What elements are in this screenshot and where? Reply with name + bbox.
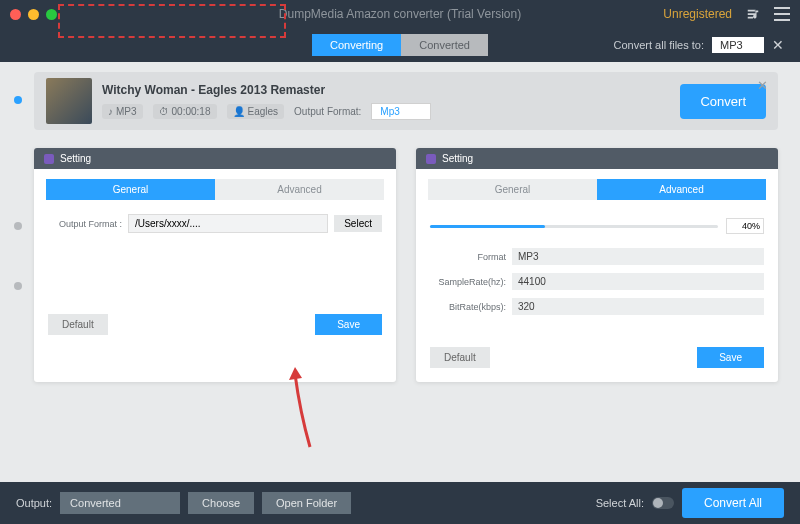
default-button[interactable]: Default (430, 347, 490, 368)
mode-bar: Converting Converted Convert all files t… (0, 28, 800, 62)
window-controls (10, 9, 57, 20)
convert-all-format-label: Convert all files to: (614, 39, 704, 51)
output-label: Output: (16, 497, 52, 509)
duration-badge: ⏱ 00:00:18 (153, 104, 217, 119)
panel-tab-general[interactable]: General (46, 179, 215, 200)
registration-status[interactable]: Unregistered (663, 7, 732, 21)
select-all-label: Select All: (596, 497, 644, 509)
track-selected-indicator (14, 96, 22, 104)
settings-panel-advanced: Setting General Advanced Format MP3 (416, 148, 778, 382)
mode-tabs: Converting Converted (312, 34, 488, 56)
output-format-label: Output Format: (294, 106, 361, 117)
bitrate-label: BitRate(kbps): (430, 302, 506, 312)
panel-tab-advanced[interactable]: Advanced (215, 179, 384, 200)
hamburger-menu-icon[interactable] (774, 7, 790, 21)
output-path-label: Output Format : (48, 219, 122, 229)
album-art (46, 78, 92, 124)
bitrate-select[interactable]: 320 (512, 298, 764, 315)
format-label: Format (430, 252, 506, 262)
output-folder-input[interactable] (60, 492, 180, 514)
convert-button[interactable]: Convert (680, 84, 766, 119)
save-button[interactable]: Save (315, 314, 382, 335)
close-window-icon[interactable] (10, 9, 21, 20)
remove-track-icon[interactable]: ✕ (757, 78, 768, 93)
gear-icon (426, 154, 436, 164)
track-card: ✕ Witchy Woman - Eagles 2013 Remaster ♪ … (34, 72, 778, 130)
track-title: Witchy Woman - Eagles 2013 Remaster (102, 83, 670, 97)
panel-title: Setting (442, 153, 473, 164)
track-indicator (14, 222, 22, 230)
music-queue-icon[interactable] (746, 7, 760, 21)
default-button[interactable]: Default (48, 314, 108, 335)
tab-converting[interactable]: Converting (312, 34, 401, 56)
choose-folder-button[interactable]: Choose (188, 492, 254, 514)
minimize-window-icon[interactable] (28, 9, 39, 20)
content-area: ✕ Witchy Woman - Eagles 2013 Remaster ♪ … (0, 62, 800, 482)
output-path-input[interactable] (128, 214, 328, 233)
select-path-button[interactable]: Select (334, 215, 382, 232)
settings-panel-general: Setting General Advanced Output Format :… (34, 148, 396, 382)
close-icon[interactable]: ✕ (772, 37, 784, 53)
artist-badge: 👤 Eagles (227, 104, 285, 119)
tab-converted[interactable]: Converted (401, 34, 488, 56)
convert-all-button[interactable]: Convert All (682, 488, 784, 518)
select-all-toggle[interactable] (652, 497, 674, 509)
window-title: DumpMedia Amazon converter (Trial Versio… (279, 7, 521, 21)
samplerate-select[interactable]: 44100 (512, 273, 764, 290)
format-badge: ♪ MP3 (102, 104, 143, 119)
titlebar: DumpMedia Amazon converter (Trial Versio… (0, 0, 800, 28)
output-format-select[interactable]: Mp3 (371, 103, 431, 120)
samplerate-label: SampleRate(hz): (430, 277, 506, 287)
convert-all-format-select[interactable]: MP3 (712, 37, 764, 53)
footer-bar: Output: Choose Open Folder Select All: C… (0, 482, 800, 524)
speed-slider[interactable] (430, 225, 718, 228)
panel-tab-general[interactable]: General (428, 179, 597, 200)
gear-icon (44, 154, 54, 164)
panel-tab-advanced[interactable]: Advanced (597, 179, 766, 200)
maximize-window-icon[interactable] (46, 9, 57, 20)
speed-percent-input[interactable] (726, 218, 764, 234)
panel-title: Setting (60, 153, 91, 164)
open-folder-button[interactable]: Open Folder (262, 492, 351, 514)
track-indicator (14, 282, 22, 290)
format-select[interactable]: MP3 (512, 248, 764, 265)
save-button[interactable]: Save (697, 347, 764, 368)
